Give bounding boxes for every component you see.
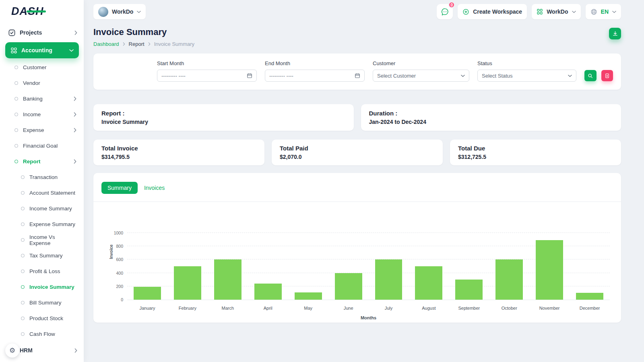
chevron-down-icon [69,49,74,52]
chart-y-tick-label: 200 [107,284,123,289]
chevron-right-icon [74,112,76,117]
sidebar-item-label: Vendor [23,80,40,86]
report-card-value: Invoice Summary [101,119,346,125]
create-workspace-button[interactable]: Create Workspace [458,4,527,19]
topbar: WorkDo 0 Create Workspace [93,0,621,23]
chevron-down-icon [568,74,572,77]
end-month-input[interactable]: --------- ---- [265,70,365,82]
sidebar-item-bill-summary[interactable]: Bill Summary [0,295,84,311]
sidebar-item-income-summary[interactable]: Income Summary [0,201,84,216]
chart-x-axis-labels: JanuaryFebruaryMarchAprilMayJuneJulyAugu… [127,306,610,311]
duration-card-value: Jan-2024 to Dec-2024 [369,119,613,125]
customer-select[interactable]: Select Customer [373,70,469,82]
workspace-name: WorkDo [112,8,133,15]
chart-x-tick-label: June [328,306,369,311]
sidebar-item-invoice-summary[interactable]: Invoice Summary [0,279,84,295]
chart-bar-column [288,233,328,300]
total-invoice-value: $314,795.5 [101,154,256,160]
sidebar-item-customer[interactable]: Customer [0,60,84,75]
reset-filter-button[interactable] [601,70,613,81]
chevron-right-icon [148,42,151,46]
workspace-selector[interactable]: WorkDo [93,4,146,19]
sidebar-item-profit-loss[interactable]: Profit & Loss [0,263,84,279]
chevron-right-icon [123,42,125,46]
sidebar-item-expense-summary[interactable]: Expense Summary [0,216,84,232]
language-code: EN [601,8,609,15]
breadcrumb-report-link[interactable]: Report [129,41,144,47]
chevron-down-icon [612,10,616,13]
sidebar-item-label: Product Stock [29,315,63,321]
chart-y-tick-label: 0 [107,297,123,302]
status-field: Status Select Status [477,60,576,82]
bullet-icon [21,175,25,179]
sidebar-item-financial-goal[interactable]: Financial Goal [0,138,84,154]
chart-x-tick-label: April [248,306,288,311]
chevron-right-icon [74,31,77,35]
workspace-avatar [98,7,108,17]
app-logo[interactable]: DASH [0,0,84,23]
sidebar-item-product-stock[interactable]: Product Stock [0,311,84,326]
bullet-icon [21,207,25,210]
sidebar-item-expense[interactable]: Expense [0,122,84,138]
sidebar-item-projects[interactable]: Projects [0,24,84,41]
chart-bar-column [570,233,610,300]
search-icon [588,73,593,78]
chevron-down-icon [137,10,141,13]
bullet-icon [21,332,25,336]
customer-field: Customer Select Customer [373,60,469,82]
language-selector[interactable]: EN [586,4,621,19]
bullet-icon [21,269,25,273]
tab-invoices[interactable]: Invoices [144,185,165,191]
sidebar-item-label: Banking [23,96,43,102]
workdo-menu-button[interactable]: WorkDo [532,4,580,19]
sidebar-item-label: Financial Goal [23,143,58,149]
sidebar-accounting-submenu: CustomerVendorBankingIncomeExpenseFinanc… [0,60,84,342]
bar-june [335,273,362,300]
chart-bar-column [248,233,288,300]
apply-filter-button[interactable] [584,70,597,81]
duration-card-title: Duration : [369,110,613,117]
sidebar-item-label: Account Statement [29,190,75,196]
chart-plot-area: 02004006008001000 [127,220,610,300]
bullet-icon [21,254,25,257]
total-due-title: Total Due [458,145,613,152]
sidebar-item-vendor[interactable]: Vendor [0,75,84,91]
total-due-value: $312,725.5 [458,154,613,160]
sidebar-item-cash-flow[interactable]: Cash Flow [0,326,84,342]
sidebar-item-tax-summary[interactable]: Tax Summary [0,248,84,263]
messages-button[interactable]: 0 [437,4,453,19]
grid-icon [10,47,17,54]
chart-x-tick-label: May [288,306,328,311]
download-report-button[interactable] [609,28,621,39]
sidebar-item-income[interactable]: Income [0,107,84,122]
sidebar-item-income-vs-expense[interactable]: Income Vs Expense [0,232,84,248]
chart-x-tick-label: September [449,306,489,311]
bullet-icon [21,301,25,304]
bullet-icon [14,66,18,69]
chart-tabs: Summary Invoices [93,173,621,202]
breadcrumb-dashboard-link[interactable]: Dashboard [93,41,119,47]
total-invoice-card: Total Invoice $314,795.5 [93,140,264,165]
total-paid-card: Total Paid $2,070.0 [272,140,443,165]
start-month-input[interactable]: --------- ---- [157,70,257,82]
status-select[interactable]: Select Status [477,70,576,82]
sidebar-item-transaction[interactable]: Transaction [0,169,84,185]
total-invoice-title: Total Invoice [101,145,256,152]
total-paid-title: Total Paid [280,145,435,152]
tab-summary[interactable]: Summary [101,182,138,194]
status-label: Status [477,60,576,66]
sidebar-item-accounting[interactable]: Accounting [5,42,79,58]
sidebar-item-report[interactable]: Report [0,154,84,169]
chevron-down-icon [461,74,465,77]
chat-bubble-icon [441,8,449,16]
page-title: Invoice Summary [93,27,194,37]
settings-gear-button[interactable]: ⚙ [5,343,19,358]
sidebar-item-banking[interactable]: Banking [0,91,84,107]
chevron-down-icon [572,10,576,13]
sidebar-item-account-statement[interactable]: Account Statement [0,185,84,201]
chart-x-tick-label: February [167,306,208,311]
end-month-value: --------- ---- [269,73,293,79]
sidebar-item-label: Profit & Loss [29,268,60,274]
chart-x-tick-label: July [369,306,409,311]
messages-count-badge: 0 [448,2,455,8]
